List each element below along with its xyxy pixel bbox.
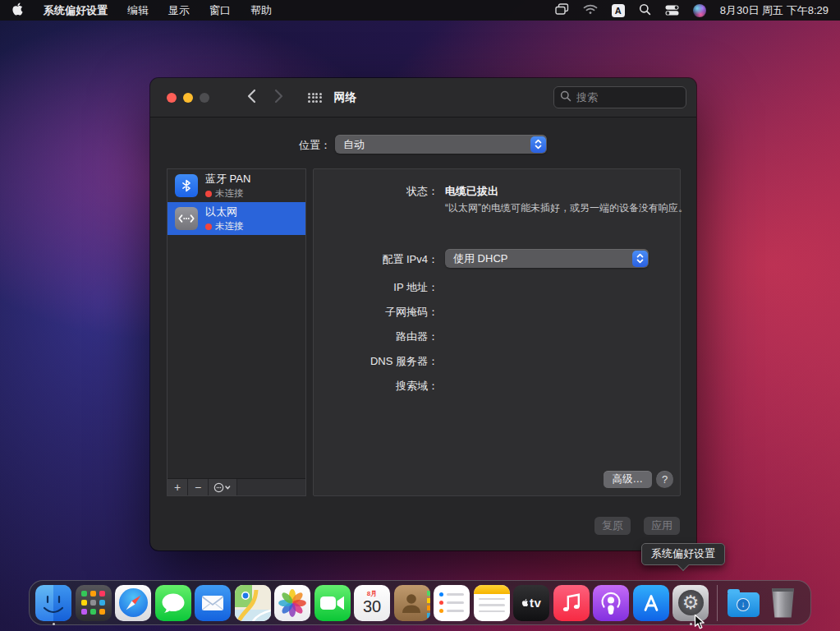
dock-icon-launchpad[interactable]: [76, 580, 112, 625]
dock-tooltip: 系统偏好设置: [641, 543, 725, 565]
zoom-button: [200, 93, 209, 103]
dock-icon-contacts[interactable]: [394, 580, 430, 625]
location-popup-value: 自动: [335, 137, 530, 152]
siri-icon[interactable]: [693, 4, 706, 17]
titlebar[interactable]: 网络: [150, 78, 696, 117]
revert-button[interactable]: 复原: [594, 517, 631, 535]
service-status: 未连接: [215, 220, 244, 233]
dock-icon-downloads[interactable]: ↓: [725, 580, 761, 625]
sidebar-footer-spacer: [237, 479, 305, 495]
dock-icon-safari[interactable]: [115, 580, 151, 625]
dock-icon-finder[interactable]: [35, 580, 71, 625]
search-input[interactable]: [575, 90, 673, 104]
search-field[interactable]: [553, 86, 686, 108]
menu-item-app[interactable]: 系统偏好设置: [44, 3, 108, 18]
screen-mirroring-icon[interactable]: [555, 3, 569, 18]
menu-item-window[interactable]: 窗口: [209, 3, 231, 18]
show-all-icon[interactable]: [308, 93, 322, 103]
search-icon: [560, 90, 571, 105]
remove-service-button[interactable]: −: [188, 479, 209, 495]
service-status: 未连接: [215, 187, 244, 200]
dock-icon-mail[interactable]: [195, 580, 231, 625]
status-label: 状态：: [314, 184, 438, 199]
calendar-day: 30: [363, 598, 381, 615]
ethernet-settings-panel: 状态： 电缆已拔出 “以太网”的电缆可能未插好，或另一端的设备没有响应。 配置 …: [313, 168, 681, 496]
dock-icon-messages[interactable]: [155, 580, 191, 625]
dock-icon-photos[interactable]: [274, 580, 310, 625]
bluetooth-icon: [175, 174, 198, 197]
status-dot: [205, 223, 212, 230]
dock-icon-calendar[interactable]: 8月 30: [354, 580, 390, 625]
gear-icon: ⚙: [682, 593, 700, 612]
spotlight-icon[interactable]: [639, 3, 651, 18]
calendar-month: 8月: [367, 589, 377, 598]
apple-menu-icon[interactable]: [11, 2, 24, 19]
input-source-icon[interactable]: A: [612, 4, 625, 17]
service-name: 蓝牙 PAN: [205, 172, 250, 187]
status-description: “以太网”的电缆可能未插好，或另一端的设备没有响应。: [445, 201, 695, 215]
menubar-clock[interactable]: 8月30日 周五 下午8:29: [720, 3, 829, 18]
router-label: 路由器：: [314, 329, 438, 344]
control-center-icon[interactable]: [665, 5, 679, 16]
window-title: 网络: [334, 90, 357, 105]
dock-icon-notes[interactable]: [474, 580, 510, 625]
help-button[interactable]: ?: [656, 471, 673, 488]
traffic-lights: [167, 93, 209, 103]
ip-address-label: IP 地址：: [314, 280, 438, 295]
popup-chevrons-icon: [530, 136, 546, 153]
menu-item-view[interactable]: 显示: [168, 3, 190, 18]
ethernet-icon: [175, 207, 198, 230]
dock-icon-facetime[interactable]: [314, 580, 351, 625]
status-value: 电缆已拔出: [445, 184, 498, 199]
dock-icon-maps[interactable]: [235, 580, 271, 625]
network-preferences-window: 网络 位置： 自动 蓝牙 PAN 未连接: [150, 78, 696, 550]
wifi-icon[interactable]: [583, 4, 598, 17]
dock-separator: [717, 585, 718, 621]
dock-icon-tv[interactable]: tv: [513, 580, 549, 625]
mouse-cursor: [694, 614, 705, 631]
ipv4-label: 配置 IPv4：: [314, 252, 438, 267]
search-domains-label: 搜索域：: [314, 379, 438, 394]
dock-icon-podcasts[interactable]: [593, 580, 629, 625]
back-button[interactable]: [247, 89, 256, 107]
tv-label: tv: [530, 596, 541, 610]
status-dot: [205, 191, 212, 197]
ipv4-popup-value: 使用 DHCP: [445, 251, 632, 266]
dock-icon-reminders[interactable]: [434, 580, 470, 625]
dock-icon-trash[interactable]: [765, 580, 801, 625]
location-label: 位置：: [232, 138, 331, 153]
service-actions-button[interactable]: [209, 479, 237, 495]
menu-item-help[interactable]: 帮助: [250, 3, 272, 18]
popup-chevrons-icon: [632, 251, 648, 267]
add-service-button[interactable]: +: [168, 479, 188, 495]
services-list: 蓝牙 PAN 未连接 以太网 未连接 + −: [167, 168, 306, 496]
download-arrow-icon: ↓: [737, 598, 750, 611]
ipv4-popup[interactable]: 使用 DHCP: [445, 249, 649, 268]
menu-bar: 系统偏好设置 编辑 显示 窗口 帮助 A 8月3: [0, 0, 840, 21]
menu-item-edit[interactable]: 编辑: [127, 3, 149, 18]
apply-button[interactable]: 应用: [644, 517, 680, 535]
subnet-mask-label: 子网掩码：: [314, 305, 438, 320]
forward-button[interactable]: [274, 89, 283, 107]
service-bluetooth-pan[interactable]: 蓝牙 PAN 未连接: [168, 169, 305, 202]
sidebar-footer: + −: [168, 478, 305, 495]
advanced-button[interactable]: 高级…: [604, 471, 653, 488]
dock-icon-music[interactable]: [553, 580, 590, 625]
service-name: 以太网: [205, 205, 244, 219]
service-ethernet[interactable]: 以太网 未连接: [168, 202, 305, 235]
minimize-button[interactable]: [183, 93, 193, 103]
close-button[interactable]: [167, 93, 177, 103]
dock-icon-app-store[interactable]: [633, 580, 669, 625]
location-popup[interactable]: 自动: [335, 135, 547, 154]
dns-server-label: DNS 服务器：: [314, 354, 438, 369]
